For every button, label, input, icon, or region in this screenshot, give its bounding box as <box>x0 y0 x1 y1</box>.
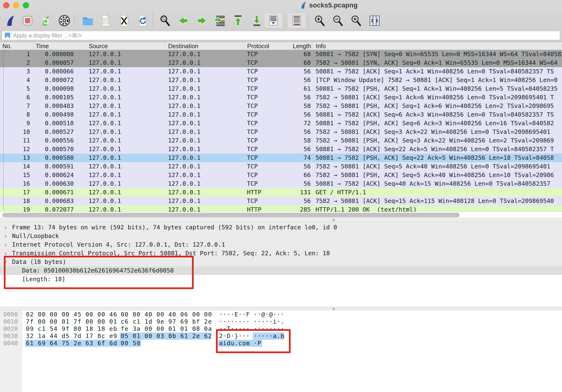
packet-row[interactable]: 130.000580127.0.0.1127.0.0.1TCP7450881 →… <box>0 153 562 162</box>
packet-row[interactable]: 190.072077127.0.0.1127.0.0.1HTTP285HTTP/… <box>0 205 562 212</box>
display-filter-input[interactable] <box>2 31 560 40</box>
svg-text:01101: 01101 <box>103 20 109 22</box>
splitter-handle[interactable] <box>333 308 335 310</box>
hex-bytes: 05 01 00 03 0b 61 2e 62 <box>121 333 212 340</box>
capture-options-button[interactable] <box>58 13 71 28</box>
hex-dump-pane: 000002 00 00 00 45 00 00 4600 00 40 00 4… <box>0 311 562 392</box>
packet-row[interactable]: 180.000683127.0.0.1127.0.0.1TCP567582 → … <box>0 197 562 205</box>
hex-rows: 000002 00 00 00 45 00 00 4600 00 40 00 4… <box>0 311 562 347</box>
go-to-packet-icon <box>214 14 226 27</box>
column-header-length[interactable]: Length <box>290 43 312 50</box>
close-file-button[interactable] <box>117 13 131 28</box>
restart-capture-button[interactable] <box>39 13 52 28</box>
hex-row[interactable]: 003032 1a 44 d5 7d 17 8c e905 01 00 03 0… <box>0 333 562 340</box>
detail-row[interactable]: ›Internet Protocol Version 4, Src: 127.0… <box>0 240 562 249</box>
pane-splitter[interactable] <box>0 218 562 222</box>
resize-columns-button[interactable] <box>368 13 381 28</box>
ascii-bytes: 2·D·}··· <box>219 333 250 340</box>
hex-bytes: 02 00 00 00 45 00 00 46 <box>26 311 117 318</box>
go-to-first-packet-button[interactable] <box>231 13 245 28</box>
zoom-reset-button[interactable] <box>349 13 363 28</box>
zoom-in-button[interactable] <box>313 13 326 28</box>
packet-row[interactable]: 150.000624127.0.0.1127.0.0.1TCP667582 → … <box>0 171 562 179</box>
packet-row[interactable]: 160.000630127.0.0.1127.0.0.1TCP5650881 →… <box>0 179 562 188</box>
column-header-no[interactable]: No. <box>0 43 33 50</box>
hex-row[interactable]: 00107f 00 00 01 7f 00 00 01c6 c1 1d 9e 9… <box>0 318 562 325</box>
detail-row[interactable]: [Length: 18] <box>0 275 562 284</box>
close-file-icon <box>118 14 130 27</box>
chevron-collapsed-icon[interactable]: › <box>4 223 7 232</box>
reload-icon <box>136 14 149 27</box>
maximize-window-button[interactable] <box>23 2 29 8</box>
packet-row[interactable]: 40.000072127.0.0.1127.0.0.1TCP56[TCP Win… <box>0 76 562 84</box>
chevron-collapsed-icon[interactable]: › <box>4 232 7 240</box>
hex-offset: 0000 <box>3 311 18 318</box>
splitter-handle[interactable] <box>333 219 335 221</box>
detail-row[interactable]: ›Frame 13: 74 bytes on wire (592 bits), … <box>0 223 562 232</box>
packet-row[interactable]: 20.000057127.0.0.1127.0.0.1TCP687582 → 5… <box>0 58 562 67</box>
chevron-expanded-icon[interactable]: › <box>1 261 10 263</box>
go-to-last-packet-button[interactable] <box>250 13 263 28</box>
conversation-bracket-line <box>3 51 4 211</box>
open-file-button[interactable] <box>81 13 94 28</box>
pane-splitter[interactable] <box>0 307 562 311</box>
detail-row[interactable]: ›Transmission Control Protocol, Src Port… <box>0 249 562 258</box>
column-header-time[interactable]: Time <box>33 43 86 50</box>
packet-row[interactable]: 170.000671127.0.0.1127.0.0.1HTTP131GET /… <box>0 188 562 197</box>
chevron-collapsed-icon[interactable]: › <box>4 240 7 249</box>
arrow-down-bar-icon <box>250 14 263 27</box>
close-window-button[interactable] <box>3 2 9 8</box>
auto-scroll-button[interactable] <box>264 12 283 28</box>
hex-row[interactable]: 002009 c1 54 9f 80 18 18 ebfe 3a 00 00 0… <box>0 325 562 333</box>
stop-icon <box>21 14 34 27</box>
packet-row[interactable]: 10.000000127.0.0.1127.0.0.1TCP6850881 → … <box>0 50 562 58</box>
packet-row[interactable]: 70.000483127.0.0.1127.0.0.1TCP587582 → 5… <box>0 102 562 110</box>
detail-row[interactable]: ›Null/Loopback <box>0 232 562 240</box>
column-header-destination[interactable]: Destination <box>165 43 243 50</box>
gear-icon <box>58 14 70 27</box>
toolbar-separator <box>285 14 285 27</box>
packet-row[interactable]: 80.000498127.0.0.1127.0.0.1TCP5650881 → … <box>0 110 562 119</box>
go-back-button[interactable] <box>176 13 190 28</box>
column-header-protocol[interactable]: Protocol <box>243 43 290 50</box>
go-to-packet-button[interactable] <box>213 13 227 28</box>
save-file-button[interactable]: 01010 01101 01110 <box>99 13 112 28</box>
go-forward-button[interactable] <box>195 13 209 28</box>
detail-row[interactable]: Data: 050100030b612e62616964752e636f6d00… <box>0 266 562 275</box>
restart-icon <box>39 14 52 27</box>
colorize-packets-button[interactable] <box>287 12 306 28</box>
stop-capture-button[interactable] <box>21 13 34 28</box>
start-capture-button[interactable] <box>3 13 17 28</box>
chevron-collapsed-icon[interactable]: › <box>4 249 7 258</box>
column-header-info[interactable]: Info <box>312 43 562 50</box>
packet-row[interactable]: 50.000098127.0.0.1127.0.0.1TCP6150881 → … <box>0 84 562 93</box>
arrow-right-icon <box>196 14 208 27</box>
filter-bookmark-icon[interactable] <box>4 32 11 39</box>
packet-row[interactable]: 30.000066127.0.0.1127.0.0.1TCP5650881 → … <box>0 67 562 76</box>
packet-row[interactable]: 90.000518127.0.0.1127.0.0.1TCP7250881 → … <box>0 119 562 128</box>
ascii-bytes: ····E··F <box>219 311 250 318</box>
conversation-bracket <box>3 51 7 51</box>
detail-tree: ›Frame 13: 74 bytes on wire (592 bits), … <box>0 223 562 284</box>
zoom-out-icon <box>332 14 344 27</box>
toolbar-separator <box>152 14 153 27</box>
packet-row[interactable]: 120.000570127.0.0.1127.0.0.1TCP5650881 →… <box>0 145 562 153</box>
wireshark-fin-icon <box>4 14 16 27</box>
minimize-window-button[interactable] <box>13 2 19 8</box>
hex-row[interactable]: 004061 69 64 75 2e 63 6f 6d00 50aidu.com… <box>0 340 562 347</box>
zoom-out-button[interactable] <box>331 13 345 28</box>
horizontal-scrollbar-handle[interactable] <box>2 213 459 217</box>
horizontal-scrollbar <box>0 212 562 218</box>
packet-row[interactable]: 100.000527127.0.0.1127.0.0.1TCP567582 → … <box>0 128 562 136</box>
packet-row[interactable]: 110.000556127.0.0.1127.0.0.1TCP587582 → … <box>0 136 562 145</box>
window-title-area: socks5.pcapng <box>300 0 358 11</box>
packet-row[interactable]: 140.000591127.0.0.1127.0.0.1TCP567582 → … <box>0 162 562 171</box>
detail-row[interactable]: ›Data (18 bytes) <box>0 258 562 266</box>
find-packet-button[interactable] <box>158 13 172 28</box>
packet-row[interactable]: 60.000105127.0.0.1127.0.0.1TCP567582 → 5… <box>0 93 562 102</box>
reload-file-button[interactable] <box>136 13 149 28</box>
column-header-source[interactable]: Source <box>86 43 165 50</box>
auto-scroll-icon <box>267 14 280 27</box>
wireshark-window: socks5.pcapng <box>0 0 562 392</box>
hex-row[interactable]: 000002 00 00 00 45 00 00 4600 00 40 00 4… <box>0 311 562 318</box>
